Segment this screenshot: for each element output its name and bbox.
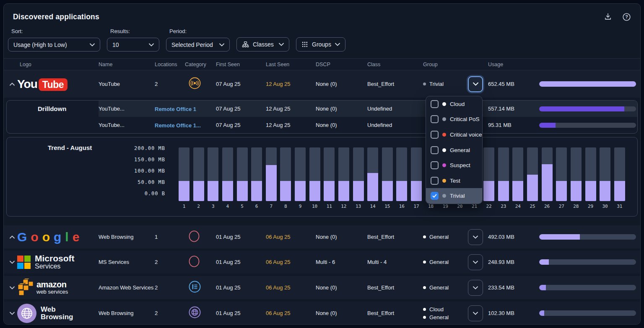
cell-dscp: None (0) xyxy=(316,284,367,291)
cell-name: YouTube xyxy=(99,81,155,87)
group-dot xyxy=(423,308,426,311)
cell-last-seen: 06 Aug 25 xyxy=(266,259,316,265)
checkbox[interactable] xyxy=(431,177,439,185)
group-option-test[interactable]: Test xyxy=(426,173,482,189)
download-icon[interactable] xyxy=(604,13,612,21)
sort-select[interactable]: Usage (High to Low) xyxy=(8,38,100,52)
cell-usage: 102.30 MB xyxy=(488,310,539,316)
cell-name: Web Browsing xyxy=(99,234,155,240)
trend-bar-day-27: 27 xyxy=(556,147,567,201)
trend-bar-day-30: 30 xyxy=(600,147,610,201)
expand-chevron-down-icon[interactable] xyxy=(7,261,17,264)
cell-class: Best_Effort xyxy=(367,81,423,87)
checkbox[interactable] xyxy=(431,146,439,154)
group-option-label: Critical PoS xyxy=(450,116,480,122)
chevron-down-icon xyxy=(149,43,154,46)
group-dot xyxy=(423,235,426,238)
page-title: Discovered applications xyxy=(13,13,99,21)
trend-bar-day-2: 2 xyxy=(193,147,204,201)
titlebar: Discovered applications ? xyxy=(4,4,640,23)
amazon-logo: amazon web services xyxy=(17,279,99,297)
collapse-chevron-up-icon[interactable] xyxy=(7,235,17,239)
group-dropdown-button-active[interactable] xyxy=(468,76,483,92)
drilldown-row[interactable]: Drilldown YouTube... Remote Office 1 07 … xyxy=(7,101,637,117)
group-dropdown-menu: CloudCritical PoSCritical voiceGeneralSu… xyxy=(426,96,483,204)
usage-bar xyxy=(539,234,636,240)
help-icon[interactable]: ? xyxy=(622,13,631,21)
location-link[interactable]: Remote Office 1... xyxy=(155,122,201,129)
group-option-label: Test xyxy=(450,178,460,184)
web-browsing-logo: WebBrowsing xyxy=(17,304,99,323)
trend-bar-day-14: 14 xyxy=(367,147,378,201)
checkbox[interactable] xyxy=(431,100,439,108)
cell-class: Undefined xyxy=(367,106,423,112)
cell-first-seen: 01 Aug 25 xyxy=(216,259,266,265)
group-option-trivial[interactable]: Trivial xyxy=(426,188,482,204)
group-dot xyxy=(423,316,426,319)
checkbox[interactable] xyxy=(431,161,439,169)
trend-bar-day-13: 13 xyxy=(353,147,364,201)
period-select[interactable]: Selected Period xyxy=(166,38,230,52)
page: Discovered applications ? Sort: Usage (H… xyxy=(0,0,644,328)
cell-group: Trivial xyxy=(423,81,468,87)
trend-bar-day-16: 16 xyxy=(396,147,407,201)
usage-bar xyxy=(539,310,636,316)
group-option-label: Cloud xyxy=(450,101,465,107)
cell-first-seen: 01 Aug 25 xyxy=(216,310,266,316)
group-option-label: General xyxy=(450,147,470,153)
group-option-critical-voice[interactable]: Critical voice xyxy=(426,127,482,142)
youtube-logo: YouTube xyxy=(17,77,99,91)
sort-control: Sort: Usage (High to Low) xyxy=(8,28,100,52)
app-row-microsoft[interactable]: MicrosoftServices MS Services 2 01 Aug 2… xyxy=(4,251,640,274)
cell-last-seen: 06 Aug 25 xyxy=(266,310,316,316)
groups-button[interactable]: Groups xyxy=(296,37,345,52)
trend-title: Trend - August xyxy=(48,144,92,151)
drilldown-row[interactable]: YouTube... Remote Office 1... 07 Aug 25 … xyxy=(7,117,637,133)
col-dscp: DSCP xyxy=(316,62,367,67)
expand-chevron-down-icon[interactable] xyxy=(7,286,17,289)
app-row-google[interactable]: Google Web Browsing 1 01 Aug 25 06 Aug 2… xyxy=(4,225,640,248)
expand-chevron-down-icon[interactable] xyxy=(7,312,17,315)
group-dropdown-button[interactable] xyxy=(468,280,483,296)
location-link[interactable]: Remote Office 1 xyxy=(155,106,196,112)
results-label: Results: xyxy=(107,28,159,34)
checkbox[interactable] xyxy=(431,115,439,123)
group-dropdown-button[interactable] xyxy=(468,305,483,321)
classes-button[interactable]: Classes xyxy=(236,37,289,52)
trend-bar-day-11: 11 xyxy=(324,147,335,201)
col-usage: Usage xyxy=(488,62,539,67)
group-dropdown-button[interactable] xyxy=(468,254,483,270)
app-row-web-browsing[interactable]: WebBrowsing Web Browsing 2 01 Aug 25 06 … xyxy=(4,302,640,325)
trend-bar-day-12: 12 xyxy=(338,147,349,201)
cell-first-seen: 07 Aug 25 xyxy=(216,106,266,112)
cell-class: Best_Effort xyxy=(367,284,423,291)
app-row-amazon[interactable]: amazon web services Amazon Web Services … xyxy=(4,276,640,299)
chevron-down-icon xyxy=(219,43,224,46)
svg-text:?: ? xyxy=(625,14,628,19)
collapse-chevron-up-icon[interactable] xyxy=(7,83,17,86)
group-dropdown-button[interactable] xyxy=(468,229,483,245)
group-option-critical-pos[interactable]: Critical PoS xyxy=(426,112,482,127)
app-row-youtube[interactable]: YouTube YouTube 2 07 Aug 25 12 Aug 25 No… xyxy=(4,70,640,98)
group-option-general[interactable]: General xyxy=(426,142,482,158)
group-option-suspect[interactable]: Suspect xyxy=(426,158,482,173)
trend-bar-day-6: 6 xyxy=(251,147,262,201)
trend-bar-day-26: 26 xyxy=(542,147,553,201)
chevron-down-icon xyxy=(335,43,340,46)
cell-first-seen: 07 Aug 25 xyxy=(216,122,266,128)
drilldown-panel: Drilldown YouTube... Remote Office 1 07 … xyxy=(6,100,638,134)
checkbox[interactable] xyxy=(431,131,439,139)
group-color-dot xyxy=(442,117,446,121)
group-option-cloud[interactable]: Cloud xyxy=(426,96,482,112)
cell-locations: 2 xyxy=(155,310,185,316)
results-select[interactable]: 10 xyxy=(107,38,159,52)
col-locations: Locations xyxy=(155,62,185,67)
category-browsing-icon xyxy=(185,255,216,269)
cell-group: General xyxy=(423,234,468,240)
cell-usage: 492.03 MB xyxy=(488,234,539,240)
period-value: Selected Period xyxy=(171,41,219,48)
checkbox[interactable] xyxy=(431,192,439,200)
microsoft-squares-icon xyxy=(17,256,31,269)
group-color-dot xyxy=(442,133,446,137)
trend-bar-day-25: 25 xyxy=(527,147,538,201)
